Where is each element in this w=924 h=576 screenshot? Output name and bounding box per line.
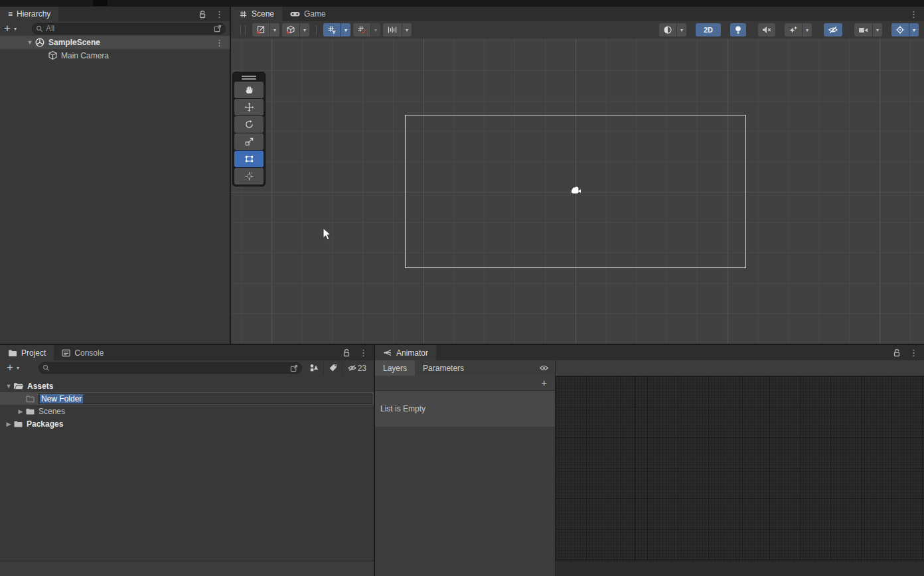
project-panel: Project Console ⋮ + ▾	[0, 345, 374, 576]
search-by-label-button[interactable]	[323, 362, 342, 374]
grid-visibility-caret[interactable]: ▾	[341, 23, 350, 36]
project-menu-button[interactable]: ⋮	[353, 345, 374, 360]
effects-caret[interactable]: ▾	[803, 23, 812, 36]
scene-camera-button[interactable]	[854, 23, 872, 36]
project-lock-button[interactable]	[340, 345, 353, 360]
tab-layers[interactable]: Layers	[375, 360, 415, 376]
hierarchy-search-field[interactable]	[32, 23, 226, 35]
handle-rotation-caret[interactable]: ▾	[300, 23, 309, 36]
list-empty-label: List is Empty	[380, 404, 425, 413]
foldout-collapsed-icon[interactable]: ▶	[4, 421, 13, 427]
tree-row-new-folder[interactable]: New Folder	[0, 392, 374, 405]
add-layer-button[interactable]: +	[537, 378, 555, 389]
gizmos-button[interactable]	[891, 23, 909, 36]
grid-snapping-group: ▾	[383, 23, 412, 36]
tab-project[interactable]: Project	[0, 345, 54, 360]
graph-grid[interactable]	[556, 376, 924, 561]
scene-toolbar: ▾ ▾ Y ▾ ▾	[231, 21, 924, 38]
animator-icon	[383, 348, 392, 357]
tree-row-packages[interactable]: ▶ Packages	[0, 417, 374, 430]
toggle-2d-button[interactable]: 2D	[696, 23, 721, 36]
view-tool-button[interactable]	[234, 82, 264, 98]
rotate-tool-button[interactable]	[234, 116, 264, 133]
eye-icon	[539, 364, 549, 372]
hierarchy-toolbar: + ▾	[0, 21, 230, 36]
search-popout-icon[interactable]	[214, 25, 222, 33]
gizmos-caret[interactable]: ▾	[909, 23, 919, 36]
hierarchy-search-input[interactable]	[46, 24, 211, 33]
samplescene-menu-button[interactable]: ⋮	[209, 38, 230, 48]
hierarchy-lock-button[interactable]	[196, 7, 209, 21]
rename-selected-text: New Folder	[40, 394, 83, 403]
scene-camera-caret[interactable]: ▾	[873, 23, 882, 36]
svg-text:Y: Y	[332, 29, 336, 35]
rect-tool-button[interactable]	[234, 151, 264, 167]
foldout-expanded-icon[interactable]: ▼	[25, 39, 35, 46]
tab-scene-label: Scene	[252, 9, 274, 19]
tree-row-assets[interactable]: ▼ Assets	[0, 380, 374, 392]
project-add-button[interactable]: +	[3, 362, 15, 374]
tree-row-scenes[interactable]: ▶ Scenes	[0, 405, 374, 417]
tab-game[interactable]: Game	[282, 7, 334, 21]
folder-open-icon	[13, 382, 24, 390]
hierarchy-row-samplescene[interactable]: ▼ SampleScene ⋮	[0, 36, 230, 49]
scene-menu-button[interactable]: ⋮	[903, 7, 924, 21]
move-tool-button[interactable]	[234, 99, 264, 115]
search-popout-icon[interactable]	[290, 364, 298, 372]
project-search-input[interactable]	[52, 364, 287, 373]
snap-increment-caret[interactable]: ▾	[371, 23, 380, 36]
tab-hierarchy[interactable]: ≡ Hierarchy	[0, 7, 58, 21]
animator-lock-button[interactable]	[890, 345, 903, 360]
foldout-collapsed-icon[interactable]: ▶	[16, 408, 25, 415]
folder-outline-icon	[25, 395, 35, 403]
foldout-expanded-icon[interactable]: ▼	[4, 383, 13, 390]
tab-animator[interactable]: Animator	[375, 345, 436, 360]
overlay-drag-handle[interactable]	[234, 74, 264, 81]
effects-button[interactable]	[785, 23, 802, 36]
animator-menu-button[interactable]: ⋮	[903, 345, 924, 360]
handle-rotation-button[interactable]	[282, 23, 299, 36]
camera-gizmo-icon[interactable]	[570, 186, 582, 196]
grid-major-line	[880, 38, 880, 344]
hierarchy-menu-button[interactable]: ⋮	[209, 7, 230, 21]
scale-tool-button[interactable]	[234, 133, 264, 150]
gamepad-icon	[290, 10, 300, 18]
effects-group: ▾	[785, 23, 812, 36]
tab-parameters[interactable]: Parameters	[415, 360, 472, 376]
handle-position-button[interactable]	[252, 23, 270, 36]
tab-console[interactable]: Console	[54, 345, 112, 360]
layers-eye-button[interactable]	[539, 360, 555, 376]
hierarchy-add-button[interactable]: +	[0, 23, 12, 35]
shading-mode-group: ▾	[659, 23, 686, 36]
snap-increment-button[interactable]	[353, 23, 370, 36]
handle-position-caret[interactable]: ▾	[270, 23, 279, 36]
project-add-caret-icon[interactable]: ▾	[15, 365, 21, 371]
hierarchy-add-caret-icon[interactable]: ▾	[12, 26, 19, 32]
search-by-type-button[interactable]	[305, 362, 323, 374]
lock-open-icon	[343, 348, 350, 357]
console-icon	[62, 349, 70, 357]
grid-visibility-button[interactable]: Y	[323, 23, 341, 36]
hierarchy-row-main-camera[interactable]: Main Camera	[0, 49, 230, 62]
scene-viewport[interactable]	[231, 38, 924, 344]
shading-mode-caret[interactable]: ▾	[677, 23, 686, 36]
samplescene-label: SampleScene	[48, 38, 100, 47]
shading-mode-button[interactable]	[659, 23, 676, 36]
project-tabbar: Project Console ⋮	[0, 345, 374, 360]
tool-handle-position-group: ▾	[252, 23, 279, 36]
assets-label: Assets	[27, 382, 53, 391]
tab-scene[interactable]: Scene	[231, 7, 282, 21]
hierarchy-list-icon: ≡	[8, 9, 13, 19]
audio-mute-button[interactable]	[758, 23, 775, 36]
project-search-field[interactable]	[38, 362, 302, 374]
scene-visibility-button[interactable]	[824, 23, 842, 36]
scene-lighting-button[interactable]	[730, 23, 746, 36]
grid-snapping-button[interactable]	[383, 23, 402, 36]
tab-project-label: Project	[21, 348, 46, 358]
tools-overlay-palette	[232, 72, 266, 186]
hidden-packages-count: 23	[358, 364, 366, 373]
rename-input[interactable]: New Folder	[38, 394, 372, 404]
transform-tool-button[interactable]	[234, 168, 264, 184]
hidden-packages-toggle[interactable]: 23	[342, 362, 371, 374]
grid-snapping-caret[interactable]: ▾	[402, 23, 412, 36]
